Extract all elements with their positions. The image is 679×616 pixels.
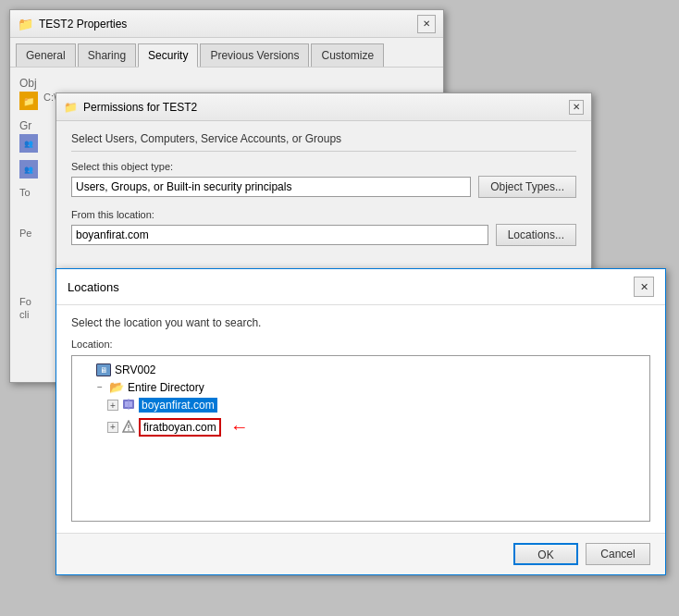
permissions-close-button[interactable]: ✕ <box>569 100 584 115</box>
expand-icon-entire-dir: − <box>94 382 105 393</box>
permissions-dialog: 📁 Permissions for TEST2 ✕ Select Users, … <box>56 92 592 269</box>
group-icon-1: 👥 <box>19 134 38 153</box>
group-icon-2: 👥 <box>19 160 38 179</box>
properties-close-button[interactable]: ✕ <box>417 15 436 33</box>
location-input[interactable] <box>71 225 488 245</box>
svg-point-5 <box>128 429 130 431</box>
expand-icon-firatboyan: + <box>107 422 118 433</box>
locations-dialog: Locations ✕ Select the location you want… <box>56 268 666 575</box>
object-type-input[interactable] <box>71 177 471 197</box>
locations-title-text: Locations <box>68 280 119 294</box>
permissions-subtitle: Select Users, Computers, Service Account… <box>71 132 576 152</box>
firatboyan-highlighted-box: firatboyan.com <box>139 418 221 437</box>
locations-description: Select the location you want to search. <box>71 316 650 329</box>
location-tree-label: Location: <box>71 339 650 350</box>
tab-previous-versions[interactable]: Previous Versions <box>200 43 309 67</box>
locations-close-button[interactable]: ✕ <box>634 277 654 297</box>
properties-title: 📁 TEST2 Properties <box>18 17 127 31</box>
tab-bar: General Sharing Security Previous Versio… <box>10 38 443 68</box>
permissions-title: 📁 Permissions for TEST2 <box>64 101 197 114</box>
cancel-button[interactable]: Cancel <box>586 543 650 565</box>
properties-title-text: TEST2 Properties <box>39 18 127 31</box>
permissions-title-icon: 📁 <box>64 101 78 114</box>
tree-label-entire-directory: Entire Directory <box>128 381 204 394</box>
object-types-button[interactable]: Object Types... <box>478 176 576 198</box>
tab-customize[interactable]: Customize <box>311 43 384 67</box>
tree-item-srv002[interactable]: 🖥 SRV002 <box>78 362 644 378</box>
ok-button[interactable]: OK <box>513 543 578 565</box>
tab-sharing[interactable]: Sharing <box>78 43 136 67</box>
tree-label-firatboyan: firatboyan.com <box>143 421 216 434</box>
locations-button[interactable]: Locations... <box>496 224 576 246</box>
tree-item-firatboyan[interactable]: + firatboyan.com ← <box>104 414 644 439</box>
tree-label-srv002: SRV002 <box>115 363 155 376</box>
properties-titlebar: 📁 TEST2 Properties ✕ <box>10 10 443 38</box>
tree-item-entire-directory[interactable]: − 📂 Entire Directory <box>91 378 644 396</box>
tab-security[interactable]: Security <box>138 43 198 68</box>
folder-icon-small: 📁 <box>19 92 38 110</box>
expand-icon-boyanfirat: + <box>107 400 118 411</box>
firatboyan-icon <box>122 420 135 435</box>
entire-dir-icon: 📂 <box>109 380 124 394</box>
location-row: Locations... <box>71 224 576 246</box>
expand-icon-srv002 <box>81 364 93 376</box>
red-arrow-annotation: ← <box>230 416 249 437</box>
permissions-title-text: Permissions for TEST2 <box>83 101 197 114</box>
object-type-row: Object Types... <box>71 176 576 198</box>
boyanfirat-icon <box>122 398 135 413</box>
object-label: Obj <box>19 77 434 90</box>
tree-item-boyanfirat[interactable]: + boyanfirat.com <box>104 396 644 414</box>
locations-content: Select the location you want to search. … <box>56 305 665 533</box>
srv002-icon: 🖥 <box>96 363 111 376</box>
locations-titlebar: Locations ✕ <box>56 269 665 305</box>
folder-icon: 📁 <box>18 17 33 31</box>
tree-label-boyanfirat: boyanfirat.com <box>139 398 217 413</box>
location-label: From this location: <box>71 209 576 220</box>
permissions-content: Select Users, Computers, Service Account… <box>56 121 591 268</box>
tab-general[interactable]: General <box>16 43 76 67</box>
object-type-label: Select this object type: <box>71 161 576 172</box>
permissions-titlebar: 📁 Permissions for TEST2 ✕ <box>56 93 591 121</box>
locations-footer: OK Cancel <box>56 533 665 574</box>
location-tree: 🖥 SRV002 − 📂 Entire Directory + boyanfir… <box>71 355 650 522</box>
